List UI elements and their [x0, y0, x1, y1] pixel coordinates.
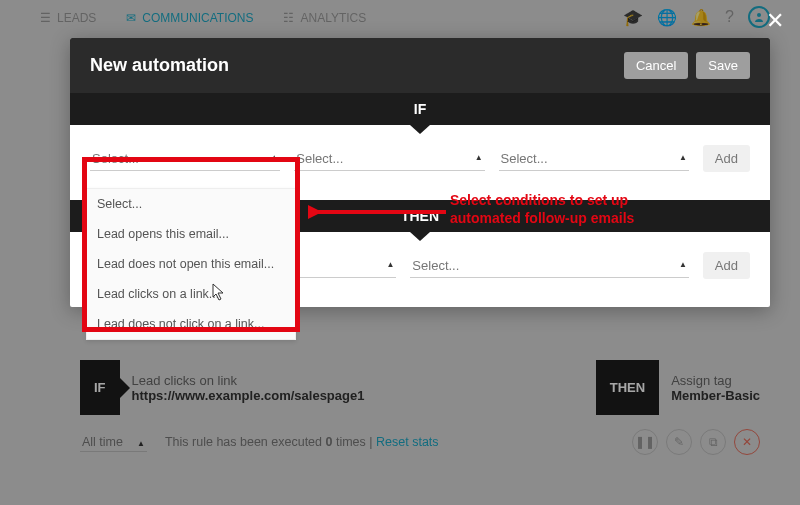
dropdown-option[interactable]: Lead opens this email...: [87, 219, 295, 249]
chevron-down-icon: [410, 125, 430, 134]
if-select-3[interactable]: Select... ▲: [499, 147, 689, 171]
close-icon[interactable]: ✕: [766, 8, 784, 34]
dropdown-option[interactable]: Lead does not open this email...: [87, 249, 295, 279]
condition-dropdown: Select... Lead opens this email... Lead …: [86, 188, 296, 340]
select-placeholder: Select...: [294, 147, 484, 171]
chevron-down-icon: ▲: [679, 260, 687, 269]
dropdown-option[interactable]: Lead clicks on a link...: [87, 279, 295, 309]
save-button[interactable]: Save: [696, 52, 750, 79]
dropdown-option[interactable]: Select...: [87, 189, 295, 219]
select-placeholder: Select...: [90, 147, 280, 171]
select-placeholder: Select...: [410, 254, 689, 278]
chevron-down-icon: ▲: [270, 153, 278, 162]
if-select-2[interactable]: Select... ▲: [294, 147, 484, 171]
modal-header: New automation Cancel Save: [70, 38, 770, 93]
if-section-header: IF: [70, 93, 770, 125]
add-condition-button[interactable]: Add: [703, 145, 750, 172]
if-select-1[interactable]: Select... ▲: [90, 147, 280, 171]
then-select-2[interactable]: Select... ▲: [410, 254, 689, 278]
if-label: IF: [414, 101, 426, 117]
dropdown-option[interactable]: Lead does not click on a link...: [87, 309, 295, 339]
select-placeholder: Select...: [499, 147, 689, 171]
chevron-down-icon: ▲: [475, 153, 483, 162]
chevron-down-icon: ▲: [679, 153, 687, 162]
chevron-down-icon: [410, 232, 430, 241]
chevron-down-icon: ▲: [386, 260, 394, 269]
add-action-button[interactable]: Add: [703, 252, 750, 279]
cancel-button[interactable]: Cancel: [624, 52, 688, 79]
then-label: THEN: [401, 208, 439, 224]
modal-title: New automation: [90, 55, 229, 76]
